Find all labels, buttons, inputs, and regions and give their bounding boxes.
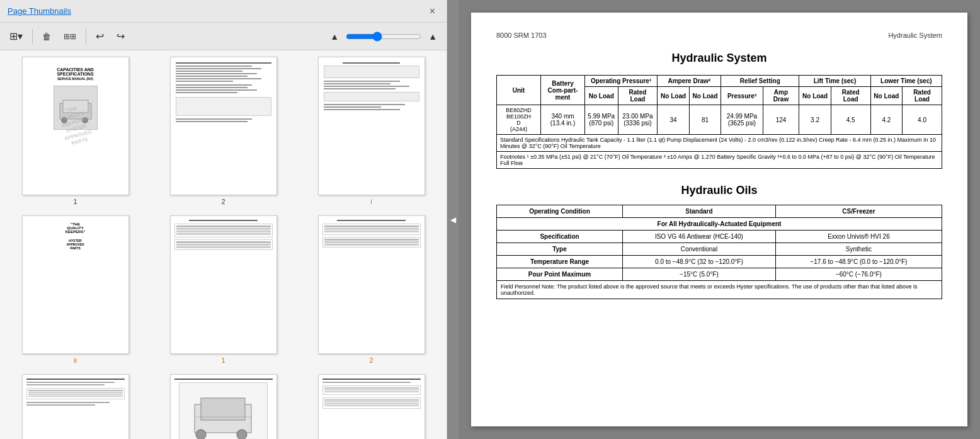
thumbnails-area: CAPACITIES ANDSPECIFICATIONSSERVICE MANU… <box>0 50 447 439</box>
collapse-icon: ◀ <box>450 215 456 224</box>
svg-point-2 <box>61 117 67 123</box>
thumbnail-page-9[interactable] <box>318 374 425 439</box>
thumbnail-page-5[interactable] <box>170 215 277 354</box>
panel-header: Page Thumbnails × <box>0 0 447 23</box>
collapse-handle[interactable]: ◀ <box>447 0 459 439</box>
zoom-out-button[interactable]: ▲ <box>326 29 343 44</box>
right-panel: 8000 SRM 1703 Hydraulic System Hydraulic… <box>459 0 980 439</box>
oils-spec-cs: Exxon Univis® HVI 26 <box>775 231 942 243</box>
document-header: 8000 SRM 1703 Hydraulic System <box>496 31 942 39</box>
thumbnail-page-1[interactable]: CAPACITIES ANDSPECIFICATIONSSERVICE MANU… <box>22 57 129 195</box>
footnotes-cell: Footnotes ¹ ±0.35 MPa (±51 psi) @ 21°C (… <box>497 152 942 169</box>
document-page: 8000 SRM 1703 Hydraulic System Hydraulic… <box>471 13 967 426</box>
sub-pressure: Pressure³ <box>721 87 763 105</box>
oils-pour-cs: −60°C (−76.0°F) <box>775 268 942 281</box>
sub-amp-draw: Amp Draw <box>763 87 799 105</box>
oils-row-pour: Pour Point Maximum −15°C (5.0°F) −60°C (… <box>497 268 942 281</box>
hydraulic-oils-title: Hydraulic Oils <box>496 184 942 197</box>
cell-lower-rated: 4.0 <box>903 105 942 135</box>
thumbnail-item-4[interactable]: "THEQUALITYKEEPERS" HYSTERAPPROVEDPARTS … <box>6 215 144 364</box>
sub-lift-rated: Rated Load <box>831 87 870 105</box>
oils-type-label: Type <box>497 243 623 256</box>
thumbnail-item-7[interactable]: 3 <box>6 374 144 439</box>
zoom-slider[interactable] <box>346 31 421 42</box>
col-lift-time: Lift Time (sec) <box>799 76 870 87</box>
oils-temp-std: 0.0 to −48.9°C (32 to −120.0°F) <box>623 256 776 268</box>
cell-lift-rated: 4.5 <box>831 105 870 135</box>
thumbnail-item-3[interactable]: i <box>302 57 440 205</box>
undo-button[interactable]: ↩ <box>91 28 108 45</box>
oils-spec-std: ISO VG 46 Antiwear (HCE-140) <box>623 231 776 243</box>
thumb-label-6: 2 <box>369 356 373 364</box>
col-relief-setting: Relief Setting <box>721 76 799 87</box>
cell-op-no-load: 5.99 MPa(870 psi) <box>585 105 618 135</box>
cell-amp-no: 34 <box>658 105 689 135</box>
insert-button[interactable]: ⊞⊞ <box>59 30 81 43</box>
thumbnail-item-6[interactable]: 2 <box>302 215 440 364</box>
zoom-in-button[interactable]: ▲ <box>424 29 442 44</box>
thumbnail-item-5[interactable]: 1 <box>154 215 292 364</box>
panel-title: Page Thumbnails <box>8 6 71 16</box>
sub-lower-no: No Load <box>870 87 902 105</box>
sub-op-no-load: No Load <box>585 87 618 105</box>
thumbnail-grid: CAPACITIES ANDSPECIFICATIONSSERVICE MANU… <box>6 57 440 439</box>
thumb-label-1: 1 <box>73 198 77 205</box>
oils-col-standard: Standard <box>623 205 776 218</box>
footnotes-row: Footnotes ¹ ±0.35 MPa (±51 psi) @ 21°C (… <box>497 152 942 169</box>
col-lower-time: Lower Time (sec) <box>870 76 942 87</box>
cell-unit: BE80ZHDBE100ZHD(A244) <box>497 105 541 135</box>
doc-header-left: 8000 SRM 1703 <box>496 31 547 39</box>
oils-note-row: Field Personnel Note: The product listed… <box>497 281 942 299</box>
thumbnail-item-1[interactable]: CAPACITIES ANDSPECIFICATIONSSERVICE MANU… <box>6 57 144 205</box>
svg-point-8 <box>237 430 247 439</box>
oils-col-condition: Operating Condition <box>497 205 623 218</box>
svg-point-3 <box>82 117 88 123</box>
oils-type-cs: Synthetic <box>775 243 942 256</box>
doc-header-right: Hydraulic System <box>888 31 942 39</box>
redo-button[interactable]: ↪ <box>112 28 129 45</box>
sub-op-rated-load: Rated Load <box>618 87 658 105</box>
zoom-slider-container: ▲ ▲ <box>326 29 442 44</box>
toolbar: ⊞▾ 🗑 ⊞⊞ ↩ ↪ ▲ ▲ <box>0 23 447 50</box>
thumbnail-item-8[interactable]: 4 <box>154 374 292 439</box>
panel-title-static: Page <box>8 6 29 16</box>
cell-op-rated: 23.00 MPa(3336 psi) <box>618 105 658 135</box>
page-nav-button[interactable]: ⊞▾ <box>5 28 27 45</box>
col-operating-pressure: Operating Pressure¹ <box>585 76 658 87</box>
oils-col-freezer: CS/Freezer <box>775 205 942 218</box>
hydraulic-system-title: Hydraulic System <box>496 52 942 65</box>
oils-temp-label: Temperature Range <box>497 256 623 268</box>
oils-note-cell: Field Personnel Note: The product listed… <box>497 281 942 299</box>
thumbnail-page-2[interactable] <box>170 57 277 195</box>
thumbnail-item-2[interactable]: 2 <box>154 57 292 205</box>
sub-amp-no-load2: No Load <box>689 87 721 105</box>
thumb-label-2: 2 <box>221 198 225 205</box>
hydraulic-system-table: Unit Battery Com-part-ment Operating Pre… <box>496 75 942 169</box>
cell-amp-no2: 81 <box>689 105 721 135</box>
col-ampere-draw: Ampere Draw² <box>658 76 721 87</box>
cell-lower-no: 4.2 <box>870 105 902 135</box>
cell-pressure: 24.99 MPa(3625 psi) <box>721 105 763 135</box>
left-panel: Page Thumbnails × ⊞▾ 🗑 ⊞⊞ ↩ ↪ ▲ ▲ CAPACI… <box>0 0 447 439</box>
thumbnail-item-9[interactable]: 5 <box>302 374 440 439</box>
thumbnail-page-4[interactable]: "THEQUALITYKEEPERS" HYSTERAPPROVEDPARTS <box>22 215 129 354</box>
hydraulic-oils-table: Operating Condition Standard CS/Freezer … <box>496 205 942 299</box>
sub-lower-rated: Rated Load <box>903 87 942 105</box>
panel-title-link[interactable]: Thumbnails <box>29 6 71 16</box>
oils-row-temp: Temperature Range 0.0 to −48.9°C (32 to … <box>497 256 942 268</box>
thumbnail-page-7[interactable] <box>22 374 129 439</box>
oils-temp-cs: −17.6 to −48.9°C (0.0 to −120.0°F) <box>775 256 942 268</box>
col-unit: Unit <box>497 76 541 105</box>
thumbnail-page-8[interactable] <box>170 374 277 439</box>
toolbar-separator-2 <box>86 29 86 44</box>
thumbnail-page-6[interactable] <box>318 215 425 354</box>
oils-span-cell: For All Hydraulically-Actuated Equipment <box>497 218 942 231</box>
cell-battery: 340 mm(13.4 in.) <box>541 105 585 135</box>
thumbnail-page-3[interactable] <box>318 57 425 195</box>
col-battery: Battery Com-part-ment <box>541 76 585 105</box>
oils-span-row: For All Hydraulically-Actuated Equipment <box>497 218 942 231</box>
delete-button[interactable]: 🗑 <box>38 29 55 44</box>
svg-rect-1 <box>63 100 88 113</box>
cell-amp-draw: 124 <box>763 105 799 135</box>
close-panel-button[interactable]: × <box>426 4 439 18</box>
